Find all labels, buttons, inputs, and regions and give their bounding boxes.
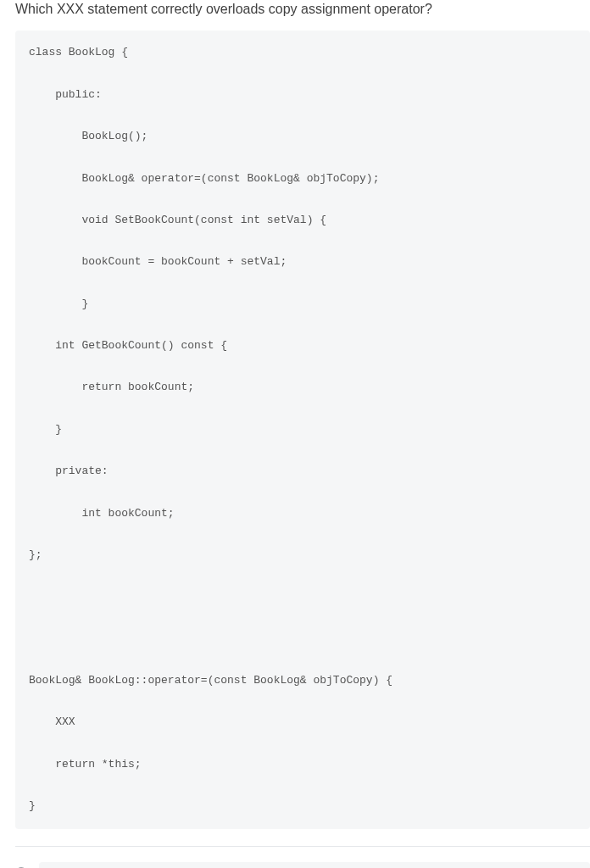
- option-code-block: if (this = &objToCopy) { bookCount = obj…: [39, 862, 590, 868]
- answer-option[interactable]: if (this = &objToCopy) { bookCount = obj…: [0, 847, 590, 868]
- question-code-block: class BookLog { public: BookLog(); BookL…: [15, 31, 590, 828]
- question-prompt: Which XXX statement correctly overloads …: [0, 0, 590, 31]
- option-code-wrapper: if (this = &objToCopy) { bookCount = obj…: [39, 862, 590, 868]
- question-code-wrapper: class BookLog { public: BookLog(); BookL…: [0, 31, 590, 828]
